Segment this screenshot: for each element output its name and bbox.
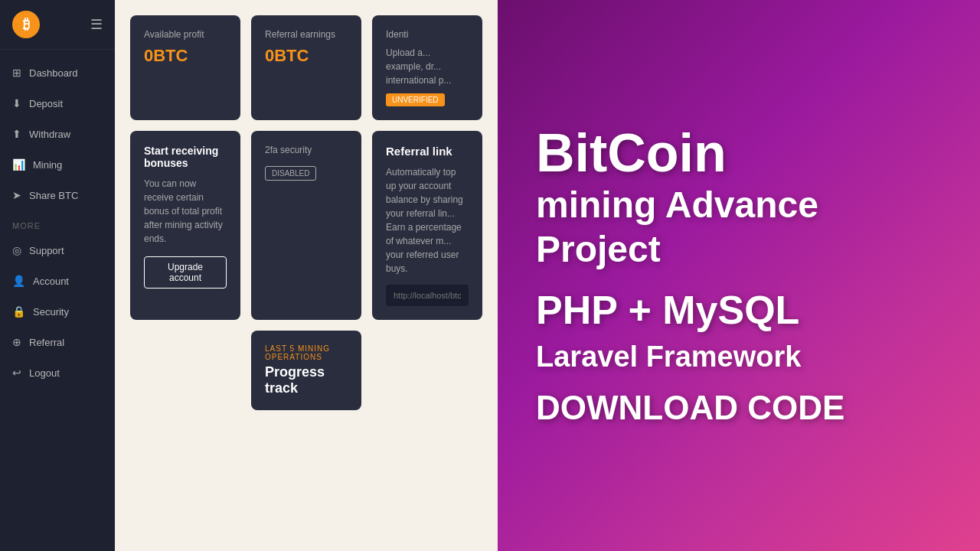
card-available-profit: Available profit 0BTC: [130, 15, 240, 120]
sidebar-item-logout[interactable]: ↩ Logout: [0, 357, 115, 388]
sidebar-item-referral[interactable]: ⊕ Referral: [0, 327, 115, 357]
support-icon: ◎: [12, 244, 21, 256]
identity-text: Upload a... example, dr... international…: [386, 46, 469, 87]
sidebar-item-label: Referral: [29, 337, 64, 348]
promo-subtitle-line2: mining Advance Project: [536, 183, 818, 271]
deposit-icon: ⬇: [12, 97, 21, 109]
sidebar-item-label: Logout: [29, 367, 60, 379]
bonus-description: You can now receive certain bonus of tot…: [144, 177, 227, 246]
promo-tech-line4: PHP + MySQL: [536, 287, 799, 333]
2fa-title: 2fa security: [265, 145, 348, 155]
sidebar-item-label: Withdraw: [29, 129, 70, 140]
bitcoin-logo: ₿: [12, 11, 40, 38]
sidebar-item-dashboard[interactable]: ⊞ Dashboard: [0, 57, 115, 88]
available-profit-title: Available profit: [144, 29, 227, 40]
progress-title: Progress track: [265, 364, 348, 396]
sidebar-item-withdraw[interactable]: ⬆ Withdraw: [0, 119, 115, 149]
sidebar-item-deposit[interactable]: ⬇ Deposit: [0, 88, 115, 119]
cards-grid: Available profit 0BTC Referral earnings …: [130, 15, 482, 410]
disabled-badge: DISABLED: [265, 166, 316, 181]
sidebar: ₿ ☰ ⊞ Dashboard ⬇ Deposit ⬆ Withdraw 📊 M…: [0, 0, 115, 551]
sidebar-item-label: Deposit: [29, 98, 63, 109]
card-referral-earnings: Referral earnings 0BTC: [251, 15, 361, 120]
card-progress-track: LAST 5 MINING OPERATIONS Progress track: [251, 331, 361, 410]
progress-sublabel: LAST 5 MINING OPERATIONS: [265, 344, 348, 361]
sidebar-logo: ₿ ☰: [0, 0, 115, 50]
card-2fa-security: 2fa security DISABLED: [251, 131, 361, 320]
security-icon: 🔒: [12, 305, 25, 318]
withdraw-icon: ⬆: [12, 128, 21, 140]
sidebar-item-label: Mining: [33, 159, 62, 171]
sidebar-item-support[interactable]: ◎ Support: [0, 235, 115, 266]
more-section-label: MORE: [0, 210, 115, 235]
sidebar-item-account[interactable]: 👤 Account: [0, 266, 115, 296]
unverified-badge: UNVERIFIED: [386, 93, 445, 106]
sidebar-item-label: Security: [33, 306, 69, 318]
promo-framework-line5: Laravel Framework: [536, 341, 801, 373]
promo-panel: BitCoin mining Advance Project PHP + MyS…: [498, 0, 980, 551]
referral-earnings-value: 0BTC: [265, 46, 348, 66]
sidebar-nav: ⊞ Dashboard ⬇ Deposit ⬆ Withdraw 📊 Minin…: [0, 50, 115, 551]
referral-link-input[interactable]: [386, 285, 469, 306]
upgrade-account-button[interactable]: Upgrade account: [144, 256, 227, 289]
sidebar-item-label: Account: [33, 276, 69, 287]
sidebar-item-label: Share BTC: [29, 190, 78, 201]
card-referral-link: Referral link Automatically top up your …: [372, 131, 482, 320]
bonus-title: Start receiving bonuses: [144, 145, 227, 169]
referral-icon: ⊕: [12, 336, 21, 348]
hamburger-icon[interactable]: ☰: [90, 16, 103, 33]
available-profit-value: 0BTC: [144, 46, 227, 66]
dashboard-icon: ⊞: [12, 67, 21, 79]
referral-earnings-title: Referral earnings: [265, 29, 348, 40]
referral-link-desc: Automatically top up your account balanc…: [386, 165, 469, 276]
referral-link-title: Referral link: [386, 145, 469, 158]
card-identity: Identi Upload a... example, dr... intern…: [372, 15, 482, 120]
sidebar-item-label: Support: [29, 245, 64, 256]
promo-title-line1: BitCoin: [536, 124, 727, 183]
sidebar-item-security[interactable]: 🔒 Security: [0, 296, 115, 327]
identity-title: Identi: [386, 29, 469, 40]
logout-icon: ↩: [12, 367, 21, 379]
card-bonus: Start receiving bonuses You can now rece…: [130, 131, 240, 320]
main-content: Available profit 0BTC Referral earnings …: [115, 0, 498, 551]
mining-icon: 📊: [12, 158, 25, 171]
sidebar-item-share-btc[interactable]: ➤ Share BTC: [0, 180, 115, 210]
share-icon: ➤: [12, 189, 21, 201]
promo-download-line6: DOWNLOAD CODE: [536, 389, 844, 427]
sidebar-item-label: Dashboard: [29, 67, 78, 79]
sidebar-item-mining[interactable]: 📊 Mining: [0, 149, 115, 180]
account-icon: 👤: [12, 275, 25, 287]
